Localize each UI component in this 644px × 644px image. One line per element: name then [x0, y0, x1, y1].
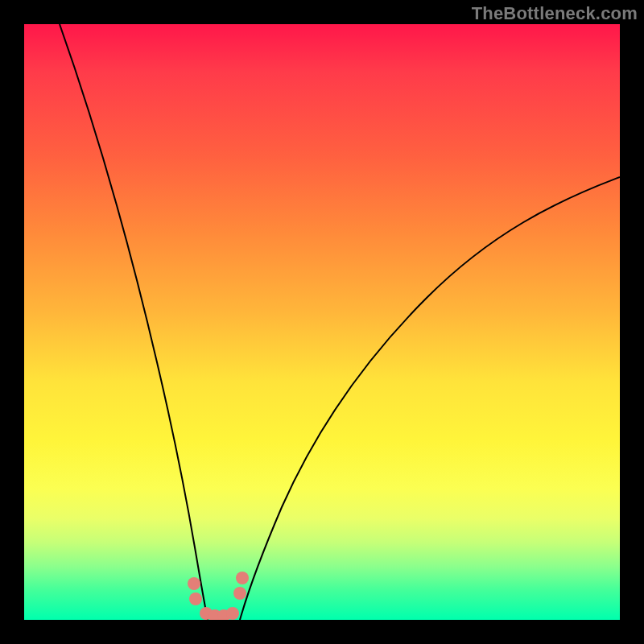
marker-dot	[189, 592, 202, 605]
curve-right-branch	[240, 177, 620, 620]
curve-left-branch	[60, 24, 208, 620]
marker-dot	[226, 607, 239, 620]
plot-area	[24, 24, 620, 620]
marker-cluster	[188, 572, 249, 620]
marker-dot	[233, 587, 246, 600]
marker-dot	[236, 572, 249, 584]
marker-dot	[188, 577, 200, 590]
chart-frame: TheBottleneck.com	[0, 0, 644, 644]
watermark-text: TheBottleneck.com	[472, 3, 638, 24]
curves-svg	[24, 24, 620, 620]
